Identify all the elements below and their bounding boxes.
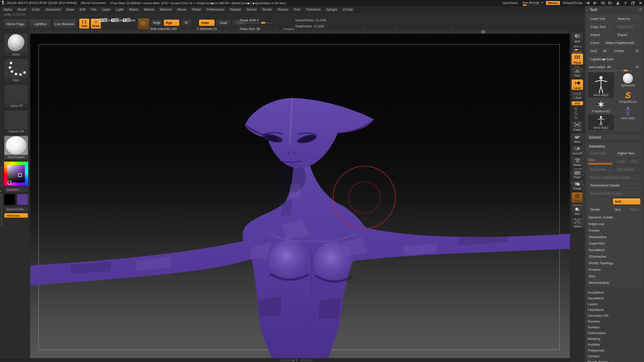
geometry-subsection-header[interactable]: ClayPolish (588, 240, 641, 247)
focal-shift-slider[interactable]: Focal Shift 0 (240, 18, 273, 22)
previous-ui-layout-icon[interactable] (600, 1, 605, 5)
geometry-subsection-header[interactable]: EdgeLoop (588, 220, 641, 227)
palette-section-header[interactable]: Layers (586, 301, 642, 307)
mrgb-button[interactable]: Mrgb (151, 19, 163, 26)
hue-cursor[interactable] (8, 181, 11, 185)
document-canvas[interactable] (30, 34, 570, 358)
scale-mode-button[interactable]: S Scale (114, 19, 124, 22)
bottom-tray-divider[interactable]: ▲▼ (0, 358, 585, 362)
menu-item[interactable]: Movie (175, 7, 189, 12)
menu-item[interactable]: Macro (127, 7, 141, 12)
color-picker-square[interactable] (7, 165, 25, 183)
draw-mode-button[interactable]: Draw (91, 18, 101, 29)
menu-item[interactable]: Material (157, 7, 174, 12)
menu-item[interactable]: Stencil (244, 7, 259, 12)
geometry-subsection-header[interactable]: Crease (588, 227, 641, 234)
tool-thumb-sphere3d[interactable]: Sphere3D (615, 73, 641, 88)
color-picker[interactable] (4, 162, 28, 186)
sdiv-slider-fill[interactable] (588, 163, 613, 165)
palette-section-header[interactable]: Visibility (586, 342, 642, 347)
paste-tool-button[interactable]: Paste Tool (615, 23, 641, 30)
close-icon[interactable] (638, 1, 643, 5)
panel-collapse-icon[interactable]: ‹ (586, 8, 588, 12)
menu-item[interactable]: Transform (303, 7, 323, 12)
freeze-subdivision-button[interactable]: Freeze SubDivision Levels (588, 174, 641, 181)
palette-section-header[interactable]: Geometry HD (586, 313, 642, 319)
palette-section-header[interactable]: Morph Target (586, 359, 642, 362)
geometry-subsection-header[interactable]: ZRemesher (588, 253, 641, 260)
left-tray-divider[interactable] (1, 166, 3, 187)
alternate-button[interactable]: Alternate (4, 213, 28, 218)
menu-item[interactable]: Document (43, 7, 63, 12)
document-scroll-strip[interactable] (28, 30, 570, 34)
local-symmetry-button[interactable]: Local (571, 79, 583, 90)
menu-item[interactable]: Tool (292, 7, 303, 12)
rotate-canvas-button[interactable]: Rotate (571, 157, 583, 167)
palette-section-header[interactable]: Deformation (586, 330, 642, 336)
tray-resize-arrows[interactable]: ▲▼ (292, 359, 298, 361)
menu-item[interactable]: Zscript (340, 7, 355, 12)
floor-grid-button[interactable]: Floor (571, 67, 583, 78)
menu-item[interactable]: Edit (77, 7, 88, 12)
frame-button[interactable]: Frame (571, 121, 583, 132)
right-tray-divider-lower[interactable] (582, 185, 585, 228)
quicksave-button[interactable]: QuickSave (501, 1, 520, 5)
divide-button[interactable]: Divide (588, 198, 611, 213)
clone-button[interactable]: Clone (588, 39, 602, 46)
default-zscript-button[interactable]: DefaultZScript (563, 1, 583, 5)
ghost-transparency-button[interactable]: Ghost (571, 192, 583, 203)
sdiv-slider[interactable]: SDiv (588, 158, 614, 165)
zadd-button[interactable]: Zadd (199, 19, 215, 26)
load-tool-button[interactable]: Load Tool (588, 15, 614, 22)
move-mode-button[interactable]: M Move (102, 19, 112, 22)
menu-item[interactable]: Draw (64, 7, 76, 12)
current-material-orb[interactable] (138, 18, 149, 30)
zoom3d-button[interactable]: Zoom3D (571, 145, 583, 156)
menu-item[interactable]: Zplugin (324, 7, 340, 12)
perspective-button[interactable]: Persp (571, 53, 583, 65)
tool-thumb-simplebrush[interactable]: S SimpleBrush (615, 89, 641, 104)
zsub-button[interactable]: Zsub (216, 19, 231, 26)
menu-item[interactable]: Render (228, 7, 244, 12)
divider-grip-right[interactable] (300, 359, 313, 361)
goz-visible-button[interactable]: Visible (612, 48, 633, 54)
menu-item[interactable]: Light (114, 7, 126, 12)
material-selector[interactable]: SkinShade4 (4, 135, 28, 160)
menu-item[interactable]: Color (29, 7, 42, 12)
menu-item[interactable]: Texture (275, 7, 291, 12)
goz-r-button[interactable]: R (634, 48, 641, 54)
geometry-subsection-header[interactable]: Position (588, 266, 641, 273)
suv-button[interactable]: Suv (613, 206, 626, 213)
rotate-mode-button[interactable]: R Rotate (126, 19, 136, 22)
geometry-subsection-header[interactable]: Modify Topology (588, 260, 641, 266)
lightbox-button[interactable]: LightBox (29, 19, 52, 29)
edit-mode-button[interactable]: Edit (79, 18, 90, 29)
menu-item[interactable]: Preferences (204, 7, 227, 12)
export-button[interactable]: Export (615, 31, 641, 38)
see-through-knob[interactable] (523, 5, 527, 6)
goz-button[interactable]: GoZ (588, 48, 599, 54)
alpha-selector[interactable]: Alpha Off (4, 84, 28, 108)
polyframe-button[interactable]: PolyF (571, 170, 583, 179)
palette-section-header[interactable]: Polygroups (586, 347, 642, 353)
transparency-button[interactable]: Transp (571, 181, 583, 191)
line-fill-label[interactable]: Line Fill (570, 168, 585, 170)
smt-button[interactable]: Smt (613, 198, 641, 205)
menu-item[interactable]: Stroke (260, 7, 274, 12)
menu-item[interactable]: Picker (189, 7, 204, 12)
collapse-left-tray-icon[interactable] (585, 1, 590, 5)
goz-all-button[interactable]: All (600, 48, 611, 54)
color-picker-cursor[interactable] (18, 173, 22, 177)
reuv-button[interactable]: ReUV (627, 206, 641, 213)
current-brush-selector[interactable]: Move (4, 33, 28, 57)
spix-slider[interactable] (572, 50, 583, 50)
restore-window-icon[interactable] (630, 1, 635, 5)
menu-item[interactable]: File (89, 7, 99, 12)
subtool-section-header[interactable]: Subtool (586, 134, 642, 140)
menus-toggle-button[interactable]: Menus (546, 1, 560, 5)
secondary-color-swatch[interactable] (17, 194, 28, 205)
home-page-button[interactable]: Home Page (3, 19, 27, 29)
sculpt-model-xeno-lady[interactable] (30, 34, 570, 358)
geometry-subsection-header[interactable]: ShadowBox (588, 234, 641, 240)
geometry-subsection-header[interactable]: DynaMesh (588, 247, 641, 253)
